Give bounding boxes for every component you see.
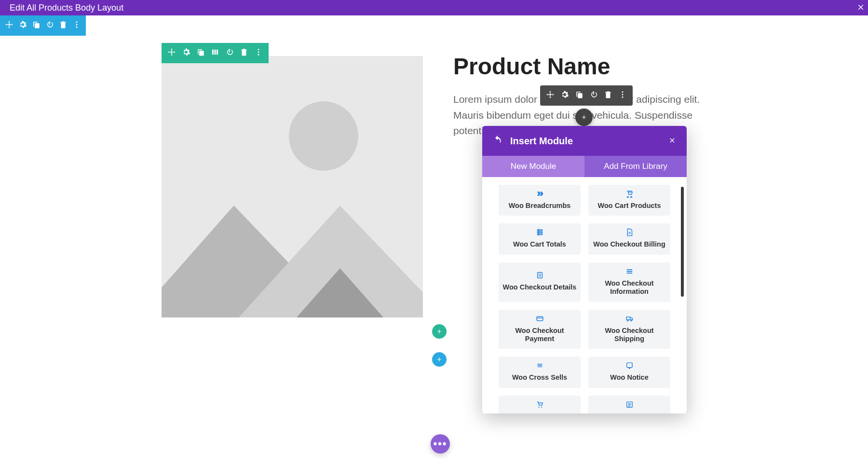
svg-point-5 <box>258 54 259 55</box>
module-card-payment[interactable]: Woo Checkout Payment <box>499 310 581 349</box>
tab-add-from-library[interactable]: Add From Library <box>584 156 687 177</box>
insert-module-modal: Insert Module New Module Add From Librar… <box>482 126 687 413</box>
more-icon[interactable] <box>618 90 627 101</box>
module-card-billing[interactable]: Woo Checkout Billing <box>588 223 670 254</box>
back-icon[interactable] <box>493 135 502 147</box>
info-icon <box>625 267 634 277</box>
more-icon[interactable] <box>72 20 81 31</box>
add-module-button[interactable] <box>575 109 593 126</box>
addcart-icon <box>536 400 544 411</box>
svg-point-13 <box>622 96 624 98</box>
module-label: Woo Breadcrumbs <box>509 202 571 210</box>
module-card-details[interactable]: Woo Checkout Details <box>499 262 581 302</box>
more-icon[interactable] <box>254 48 263 58</box>
svg-point-20 <box>541 407 542 408</box>
duplicate-icon[interactable] <box>575 90 583 101</box>
row-toolbar <box>162 43 269 63</box>
module-label: Woo Checkout Shipping <box>592 327 666 344</box>
trash-icon[interactable] <box>604 90 612 101</box>
notice-icon <box>625 361 634 372</box>
module-card-cart[interactable]: Woo Cart Products <box>588 185 670 216</box>
module-label: Woo Product Add To Cart <box>502 413 577 413</box>
svg-rect-18 <box>626 363 632 368</box>
close-icon[interactable] <box>856 2 865 14</box>
module-card-addcart[interactable]: Woo Product Add To Cart <box>499 396 581 413</box>
module-label: Woo Checkout Details <box>503 283 577 291</box>
svg-point-19 <box>538 407 539 408</box>
move-icon[interactable] <box>5 20 14 31</box>
power-icon[interactable] <box>225 48 234 58</box>
totals-icon <box>536 228 544 238</box>
breadcrumb-icon <box>536 190 544 200</box>
desc-icon <box>625 400 634 411</box>
module-label: Woo Cart Products <box>597 202 661 210</box>
power-icon[interactable] <box>45 20 54 31</box>
module-label: Woo Checkout Information <box>592 279 666 296</box>
modal-header: Insert Module <box>482 126 687 156</box>
module-card-info[interactable]: Woo Checkout Information <box>588 262 670 302</box>
svg-rect-14 <box>537 273 542 278</box>
shipping-icon <box>625 315 634 325</box>
svg-point-12 <box>622 94 624 96</box>
move-icon[interactable] <box>546 90 555 101</box>
close-icon[interactable] <box>668 136 676 147</box>
module-card-notice[interactable]: Woo Notice <box>588 357 670 387</box>
module-label: Woo Checkout Payment <box>502 327 577 344</box>
module-card-cross[interactable]: Woo Cross Sells <box>499 357 581 387</box>
trash-icon[interactable] <box>59 20 68 31</box>
modal-tabs: New Module Add From Library <box>482 156 687 177</box>
duplicate-icon[interactable] <box>32 20 41 31</box>
gear-icon[interactable] <box>18 20 27 31</box>
scrollbar[interactable] <box>681 187 684 297</box>
duplicate-icon[interactable] <box>196 48 205 58</box>
move-icon[interactable] <box>167 48 176 58</box>
svg-point-17 <box>630 319 632 321</box>
gear-icon[interactable] <box>182 48 190 58</box>
module-label: Woo Checkout Billing <box>593 240 665 248</box>
cart-icon <box>625 190 634 200</box>
product-name-heading: Product Name <box>453 53 610 80</box>
module-label: Woo Cross Sells <box>512 373 567 382</box>
modal-title: Insert Module <box>510 136 661 147</box>
module-label: Woo Notice <box>610 373 648 382</box>
section-toolbar <box>0 15 86 36</box>
top-bar: Edit All Products Body Layout <box>0 0 868 15</box>
module-card-totals[interactable]: Woo Cart Totals <box>499 223 581 254</box>
svg-point-16 <box>627 319 628 321</box>
module-label: Woo Product Description <box>592 413 666 413</box>
trash-icon[interactable] <box>240 48 248 58</box>
builder-settings-fab[interactable]: ••• <box>431 434 450 454</box>
billing-icon <box>625 228 634 238</box>
svg-rect-15 <box>537 317 543 321</box>
product-image-placeholder[interactable] <box>162 56 423 317</box>
svg-point-1 <box>76 24 78 26</box>
module-card-desc[interactable]: Woo Product Description <box>588 396 670 413</box>
svg-point-4 <box>258 52 259 53</box>
page-title: Edit All Products Body Layout <box>10 3 123 13</box>
cross-icon <box>536 361 544 372</box>
module-toolbar <box>540 85 633 106</box>
modal-body: Woo BreadcrumbsWoo Cart ProductsWoo Cart… <box>482 177 687 413</box>
add-section-button[interactable] <box>432 352 447 367</box>
gear-icon[interactable] <box>560 90 569 101</box>
payment-icon <box>536 315 544 325</box>
svg-point-7 <box>289 101 358 171</box>
module-card-shipping[interactable]: Woo Checkout Shipping <box>588 310 670 349</box>
power-icon[interactable] <box>589 90 598 101</box>
details-icon <box>536 271 544 281</box>
svg-point-3 <box>258 49 259 50</box>
ellipsis-icon: ••• <box>433 438 447 450</box>
module-card-breadcrumb[interactable]: Woo Breadcrumbs <box>499 185 581 216</box>
svg-point-2 <box>76 27 78 28</box>
module-label: Woo Cart Totals <box>513 240 566 248</box>
svg-point-11 <box>622 91 624 93</box>
svg-point-0 <box>76 21 78 23</box>
columns-icon[interactable] <box>211 48 219 58</box>
tab-new-module[interactable]: New Module <box>482 156 584 177</box>
add-row-button[interactable] <box>432 324 447 339</box>
